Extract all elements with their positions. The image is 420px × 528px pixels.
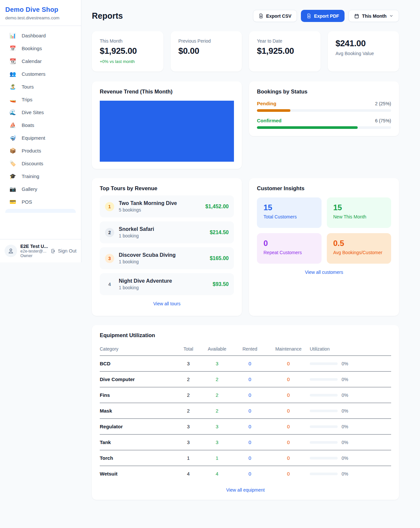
- sidebar-item-label: Tours: [22, 84, 34, 90]
- sign-out-button[interactable]: Sign Out: [51, 248, 76, 254]
- cell-total: 1: [175, 450, 201, 466]
- tour-name: Night Dive Adventure: [119, 278, 208, 284]
- shop-name: Demo Dive Shop: [5, 6, 76, 13]
- cell-maintenance: 0: [267, 356, 310, 372]
- table-row: Regulator 3 3 0 0 0%: [100, 419, 391, 435]
- period-dropdown[interactable]: This Month: [348, 10, 399, 22]
- utilization-track: [310, 473, 338, 475]
- export-pdf-button[interactable]: Export PDF: [301, 10, 345, 22]
- sidebar-item-discounts[interactable]: 🏷️ Discounts: [4, 157, 77, 170]
- sidebar-item-trips[interactable]: 🚤 Trips: [4, 93, 77, 106]
- bookings-by-status-card: Bookings by Status Pending 2 (25%) Confi…: [249, 81, 399, 136]
- stat-card-previous-period: Previous Period $0.00: [171, 31, 242, 71]
- view-all-equipment-link[interactable]: View all equipment: [100, 487, 391, 493]
- cell-total: 3: [175, 419, 201, 435]
- stat-value: $1,925.00: [100, 46, 156, 56]
- tour-bookings: 1 booking: [119, 233, 205, 238]
- view-all-customers-link[interactable]: View all customers: [257, 270, 391, 275]
- column-header-total: Total: [175, 343, 201, 356]
- column-header-category: Category: [100, 343, 175, 356]
- utilization-percent: 0%: [342, 393, 348, 398]
- utilization-track: [310, 394, 338, 396]
- stat-change: +0% vs last month: [100, 59, 156, 64]
- cell-available: 2: [201, 387, 233, 403]
- stat-label: Year to Date: [257, 38, 313, 44]
- cell-maintenance: 0: [267, 372, 310, 387]
- cell-utilization: 0%: [310, 403, 391, 419]
- sidebar-item-products[interactable]: 📦 Products: [4, 144, 77, 157]
- column-header-rented: Rented: [233, 343, 267, 356]
- sidebar-item-gallery[interactable]: 📷 Gallery: [4, 183, 77, 195]
- cell-rented: 0: [233, 372, 267, 387]
- status-value-confirmed: 6 (75%): [375, 118, 391, 123]
- sidebar-item-label: Discounts: [22, 161, 43, 166]
- cell-category: Dive Computer: [100, 372, 175, 387]
- customer-insights-card: Customer Insights 15 Total Customers 15 …: [249, 178, 399, 316]
- stat-card-year-to-date: Year to Date $1,925.00: [249, 31, 321, 71]
- sidebar-item-dive-sites[interactable]: 🌊 Dive Sites: [4, 106, 77, 119]
- sidebar-item-boats[interactable]: ⛵ Boats: [4, 119, 77, 132]
- export-csv-button[interactable]: Export CSV: [253, 10, 297, 22]
- sidebar: Demo Dive Shop demo.test.divestreams.com…: [0, 0, 81, 262]
- revenue-trend-title: Revenue Trend (This Month): [100, 89, 234, 95]
- lists-row: Top Tours by Revenue 1 Two Tank Morning …: [92, 178, 399, 316]
- cell-utilization: 0%: [310, 387, 391, 403]
- sidebar-item-pos[interactable]: 💳 POS: [4, 195, 77, 208]
- utilization-track: [310, 410, 338, 412]
- sidebar-item-customers[interactable]: 👥 Customers: [4, 68, 77, 80]
- export-pdf-label: Export PDF: [314, 13, 339, 19]
- sidebar-item-dashboard[interactable]: 📊 Dashboard: [4, 29, 77, 42]
- insight-tile-new-this-month: 15 New This Month: [327, 197, 391, 228]
- status-row-pending: Pending 2 (25%): [257, 101, 391, 112]
- column-header-utilization: Utilization: [310, 343, 391, 356]
- status-label-pending: Pending: [257, 101, 276, 106]
- table-row: Tank 3 3 0 0 0%: [100, 435, 391, 450]
- sidebar-item-bookings[interactable]: 📅 Bookings: [4, 42, 77, 55]
- tour-bookings: 1 booking: [119, 259, 205, 264]
- cell-maintenance: 0: [267, 466, 310, 482]
- cell-rented: 0: [233, 435, 267, 450]
- cell-category: Fins: [100, 387, 175, 403]
- rank-badge: 2: [105, 228, 114, 237]
- table-row: Wetsuit 4 4 0 0 0%: [100, 466, 391, 482]
- cell-category: Regulator: [100, 419, 175, 435]
- sidebar-item-tours[interactable]: 🏝️ Tours: [4, 80, 77, 93]
- wave-icon: 🌊: [9, 109, 16, 115]
- speedboat-icon: 🚤: [9, 96, 16, 103]
- top-tours-card: Top Tours by Revenue 1 Two Tank Morning …: [92, 178, 242, 316]
- revenue-trend-chart: [100, 101, 234, 162]
- status-row-confirmed: Confirmed 6 (75%): [257, 118, 391, 129]
- cell-rented: 0: [233, 356, 267, 372]
- insight-label: Avg Bookings/Customer: [333, 250, 385, 255]
- sidebar-item-label: Gallery: [22, 186, 37, 192]
- island-icon: 🏝️: [9, 84, 16, 90]
- table-row: Torch 1 1 0 0 0%: [100, 450, 391, 466]
- table-row: Mask 2 2 0 0 0%: [100, 403, 391, 419]
- status-progress-track: [257, 126, 391, 129]
- charts-row: Revenue Trend (This Month) Bookings by S…: [92, 81, 399, 169]
- utilization-track: [310, 441, 338, 444]
- status-progress-fill: [257, 126, 358, 129]
- tour-amount: $214.50: [210, 230, 229, 235]
- sidebar-item-reports-partial[interactable]: [5, 209, 76, 213]
- export-csv-label: Export CSV: [266, 13, 291, 19]
- cell-total: 2: [175, 403, 201, 419]
- insight-tile-avg-bookings: 0.5 Avg Bookings/Customer: [327, 233, 391, 264]
- insight-tile-total-customers: 15 Total Customers: [257, 197, 322, 228]
- cell-maintenance: 0: [267, 403, 310, 419]
- sidebar-item-equipment[interactable]: 🤿 Equipment: [4, 132, 77, 144]
- status-label-confirmed: Confirmed: [257, 118, 282, 123]
- cell-available: 2: [201, 372, 233, 387]
- period-label: This Month: [362, 13, 387, 19]
- equipment-utilization-title: Equipment Utilization: [100, 332, 391, 338]
- sidebar-item-calendar[interactable]: 📆 Calendar: [4, 55, 77, 68]
- calendar-date-icon: 📅: [9, 45, 16, 51]
- utilization-track: [310, 378, 338, 381]
- sidebar-item-training[interactable]: 🎓 Training: [4, 170, 77, 183]
- stat-value: $0.00: [178, 46, 234, 56]
- cell-rented: 0: [233, 419, 267, 435]
- tour-name: Snorkel Safari: [119, 226, 205, 232]
- cell-utilization: 0%: [310, 419, 391, 435]
- insight-tile-repeat-customers: 0 Repeat Customers: [257, 233, 322, 264]
- view-all-tours-link[interactable]: View all tours: [100, 301, 234, 306]
